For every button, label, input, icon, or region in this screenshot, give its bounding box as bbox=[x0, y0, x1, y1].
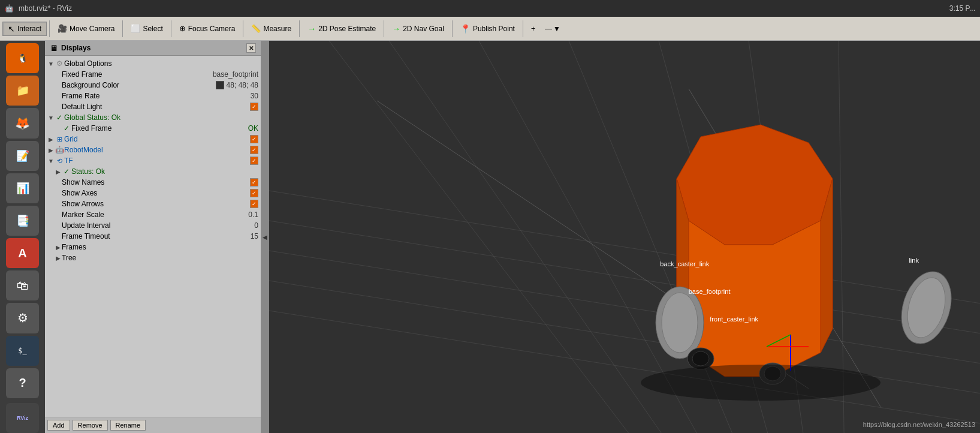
show-axes-label: Show Axes bbox=[62, 189, 250, 197]
grid-checkbox[interactable]: ✓ bbox=[250, 135, 258, 143]
sidebar-icon-ubuntu[interactable]: 🐧 bbox=[6, 43, 39, 73]
svg-line-6 bbox=[389, 41, 689, 433]
tf-status-expand: ▶ bbox=[55, 168, 62, 175]
scene-3d: back_caster_link base_footprint front_ca… bbox=[269, 41, 980, 433]
frame-timeout-row[interactable]: Frame Timeout 15 bbox=[45, 231, 261, 242]
label-link: link bbox=[909, 257, 919, 264]
tree-area[interactable]: ▼ ⚙ Global Options Fixed Frame base_foot… bbox=[45, 56, 261, 417]
pose-icon: → bbox=[307, 24, 316, 34]
show-arrows-row[interactable]: Show Arrows ✓ bbox=[45, 199, 261, 209]
sidebar-icon-firefox[interactable]: 🦊 bbox=[6, 108, 39, 138]
label-back-caster: back_caster_link bbox=[660, 260, 709, 267]
tree-expand: ▶ bbox=[55, 254, 62, 261]
nav-goal-button[interactable]: → 2D Nav Goal bbox=[387, 22, 450, 36]
fixed-frame-row[interactable]: Fixed Frame base_footprint bbox=[45, 69, 261, 80]
robot-model-icon: 🤖 bbox=[55, 145, 64, 155]
robot-model-checkbox[interactable]: ✓ bbox=[250, 146, 258, 154]
add-display-button[interactable]: Add bbox=[47, 420, 70, 431]
title-bar-title: mbot.rviz* - RViz bbox=[19, 4, 72, 13]
svg-point-23 bbox=[759, 363, 786, 384]
global-options-row[interactable]: ▼ ⚙ Global Options bbox=[45, 58, 261, 69]
add-button[interactable]: + bbox=[526, 22, 541, 35]
sidebar-icon-writer[interactable]: 📝 bbox=[6, 141, 39, 171]
show-names-checkbox[interactable]: ✓ bbox=[250, 178, 258, 187]
frame-rate-row[interactable]: Frame Rate 30 bbox=[45, 91, 261, 101]
marker-scale-row[interactable]: Marker Scale 0.1 bbox=[45, 209, 261, 220]
show-names-row[interactable]: Show Names ✓ bbox=[45, 177, 261, 188]
update-interval-expand bbox=[55, 222, 62, 229]
ff-ok-check-icon: ✓ bbox=[62, 124, 71, 133]
sidebar-icon-font[interactable]: A bbox=[6, 238, 39, 268]
global-status-row[interactable]: ▼ ✓ Global Status: Ok bbox=[45, 112, 261, 123]
svg-line-11 bbox=[839, 41, 845, 433]
svg-line-1 bbox=[269, 251, 980, 365]
show-arrows-checkbox[interactable]: ✓ bbox=[250, 200, 258, 208]
robot-model-row[interactable]: ▶ 🤖 RobotModel ✓ bbox=[45, 145, 261, 155]
sidebar-icon-rviz[interactable]: RViz bbox=[6, 403, 39, 433]
show-axes-row[interactable]: Show Axes ✓ bbox=[45, 188, 261, 199]
title-bar: 🤖 mbot.rviz* - RViz 3:15 P... bbox=[0, 0, 980, 17]
interact-button[interactable]: ↖ Interact bbox=[2, 22, 47, 36]
sidebar-icon-settings[interactable]: ⚙ bbox=[6, 303, 39, 333]
sidebar-icon-impress[interactable]: 📑 bbox=[6, 206, 39, 236]
sidebar-icon-amazon[interactable]: 🛍 bbox=[6, 270, 39, 300]
svg-line-3 bbox=[269, 191, 980, 305]
global-status-label: Global Status: Ok bbox=[64, 113, 258, 122]
default-light-checkbox[interactable]: ✓ bbox=[250, 103, 258, 111]
publish-point-button[interactable]: 📍 Publish Point bbox=[455, 22, 520, 36]
sidebar-icon-help[interactable]: ? bbox=[6, 368, 39, 398]
background-color-swatch bbox=[216, 81, 224, 89]
svg-line-29 bbox=[767, 335, 791, 347]
svg-point-21 bbox=[896, 272, 957, 344]
focus-camera-button[interactable]: ⊕ Focus Camera bbox=[174, 22, 241, 35]
show-names-expand bbox=[55, 179, 62, 186]
tf-checkbox[interactable]: ✓ bbox=[250, 157, 258, 165]
show-arrows-label: Show Arrows bbox=[62, 200, 250, 208]
panel-collapse-button[interactable]: ◀ bbox=[261, 41, 269, 433]
measure-button[interactable]: 📏 Measure bbox=[246, 22, 297, 35]
frames-row[interactable]: ▶ Frames bbox=[45, 242, 261, 252]
grid-row[interactable]: ▶ ⊞ Grid ✓ bbox=[45, 134, 261, 145]
displays-header: 🖥 Displays ✕ bbox=[45, 41, 261, 56]
displays-bottom: Add Remove Rename bbox=[45, 417, 261, 433]
toolbar-separator bbox=[49, 20, 50, 37]
displays-title: Displays bbox=[61, 44, 91, 52]
fixed-frame-ok-row[interactable]: ✓ Fixed Frame OK bbox=[45, 123, 261, 134]
show-axes-checkbox[interactable]: ✓ bbox=[250, 189, 258, 197]
sidebar-icon-terminal[interactable]: $_ bbox=[6, 336, 39, 366]
fixed-frame-ok-value: OK bbox=[248, 124, 258, 133]
select-button[interactable]: ⬜ Select bbox=[125, 22, 168, 35]
toolbar: ↖ Interact 🎥 Move Camera ⬜ Select ⊕ Focu… bbox=[0, 17, 980, 41]
toolbar-separator8 bbox=[523, 20, 523, 37]
update-interval-label: Update Interval bbox=[62, 221, 252, 230]
toolbar-separator5 bbox=[299, 20, 300, 37]
tree-row[interactable]: ▶ Tree bbox=[45, 252, 261, 263]
title-bar-icon: 🤖 bbox=[5, 4, 14, 13]
displays-close-button[interactable]: ✕ bbox=[246, 43, 256, 53]
title-bar-time: 3:15 P... bbox=[949, 4, 975, 13]
viewport[interactable]: back_caster_link base_footprint front_ca… bbox=[269, 41, 980, 433]
background-color-row[interactable]: Background Color 48; 48; 48 bbox=[45, 80, 261, 91]
frame-timeout-expand bbox=[55, 233, 62, 240]
ff-ok-expand bbox=[55, 125, 62, 132]
update-interval-row[interactable]: Update Interval 0 bbox=[45, 220, 261, 231]
toolbar-more-button[interactable]: — ▼ bbox=[542, 22, 563, 35]
sidebar-icon-calc[interactable]: 📊 bbox=[6, 173, 39, 203]
marker-scale-value: 0.1 bbox=[248, 211, 258, 219]
rename-display-button[interactable]: Rename bbox=[110, 420, 146, 431]
bg-color-expand bbox=[55, 82, 62, 89]
remove-display-button[interactable]: Remove bbox=[73, 420, 108, 431]
toolbar-separator7 bbox=[452, 20, 453, 37]
default-light-row[interactable]: Default Light ✓ bbox=[45, 101, 261, 112]
default-light-expand bbox=[55, 103, 62, 110]
camera-icon: 🎥 bbox=[58, 24, 67, 33]
pose-estimate-button[interactable]: → 2D Pose Estimate bbox=[302, 22, 381, 36]
frame-rate-label: Frame Rate bbox=[62, 92, 248, 100]
svg-point-26 bbox=[692, 351, 709, 366]
move-camera-button[interactable]: 🎥 Move Camera bbox=[52, 22, 120, 35]
sidebar-icon-folder[interactable]: 📁 bbox=[6, 76, 39, 106]
svg-line-9 bbox=[659, 41, 779, 433]
tf-row[interactable]: ▼ ⟲ TF ✓ bbox=[45, 155, 261, 166]
tf-status-row[interactable]: ▶ ✓ Status: Ok bbox=[45, 166, 261, 177]
global-options-icon: ⚙ bbox=[55, 59, 64, 68]
